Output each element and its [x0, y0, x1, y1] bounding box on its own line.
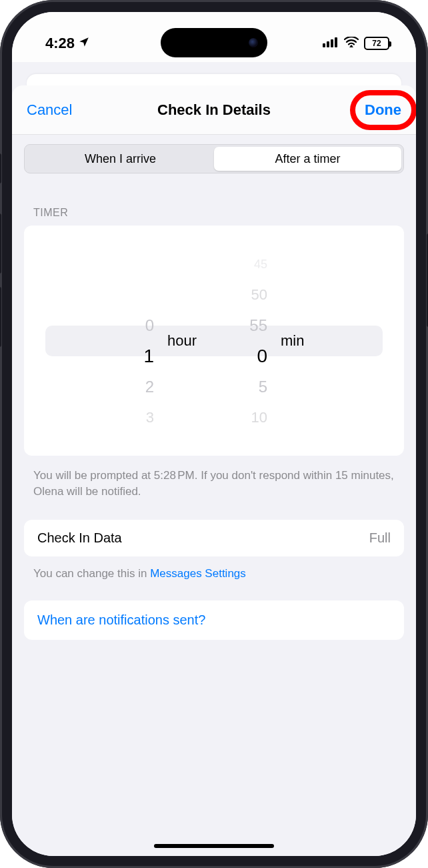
- messages-settings-link[interactable]: Messages Settings: [150, 567, 246, 580]
- battery-level: 72: [372, 39, 381, 48]
- minute-option[interactable]: 50: [214, 280, 274, 310]
- minute-option[interactable]: 55: [214, 310, 274, 341]
- minute-option[interactable]: 10: [214, 402, 274, 433]
- status-time: 4:28: [45, 35, 75, 52]
- hour-option[interactable]: 4: [101, 433, 161, 436]
- segment-when-i-arrive[interactable]: When I arrive: [27, 147, 214, 171]
- svg-rect-3: [335, 37, 337, 47]
- hour-selected[interactable]: 1: [101, 341, 161, 372]
- hour-option[interactable]: 0: [101, 310, 161, 341]
- timer-footer-description: You will be prompted at 5:28 PM. If you …: [24, 462, 404, 520]
- svg-rect-0: [323, 43, 325, 47]
- svg-rect-2: [331, 39, 333, 47]
- wifi-icon: [344, 37, 359, 50]
- hour-option[interactable]: 2: [101, 372, 161, 402]
- mode-segmented-control[interactable]: When I arrive After a timer: [24, 144, 404, 173]
- hour-wheel[interactable]: . . . 0 1 2 3 4: [101, 246, 161, 436]
- check-in-footer-text: You can change this in: [33, 567, 150, 580]
- done-button[interactable]: Done: [365, 101, 401, 119]
- physical-volume-down: [0, 287, 1, 347]
- minute-option[interactable]: 15: [214, 433, 274, 436]
- navigation-bar: Cancel Check In Details Done: [12, 85, 416, 135]
- battery-icon: 72: [364, 37, 389, 50]
- minute-wheel[interactable]: 40 45 50 55 0 5 10 15: [214, 246, 274, 436]
- check-in-details-sheet: Cancel Check In Details Done When I arri…: [12, 85, 416, 856]
- hour-option[interactable]: 3: [101, 402, 161, 433]
- timer-picker-card: . . . 0 1 2 3 4 hour 40: [24, 226, 404, 456]
- cancel-button[interactable]: Cancel: [27, 101, 72, 119]
- when-notifications-sent-row[interactable]: When are notifications sent?: [24, 600, 404, 640]
- minute-option[interactable]: 5: [214, 372, 274, 402]
- minute-selected[interactable]: 0: [214, 341, 274, 372]
- physical-mute-switch: [0, 153, 1, 183]
- device-frame: 4:28: [0, 0, 428, 868]
- when-notifications-sent-label: When are notifications sent?: [37, 612, 205, 627]
- svg-point-4: [350, 45, 352, 47]
- location-arrow-icon: [78, 35, 90, 52]
- check-in-data-label: Check In Data: [37, 530, 122, 546]
- page-title: Check In Details: [12, 101, 416, 119]
- hour-unit-label: hour: [161, 332, 214, 350]
- minute-option[interactable]: 45: [214, 249, 274, 280]
- home-indicator[interactable]: [154, 844, 274, 848]
- timer-section-header: TIMER: [33, 207, 404, 219]
- check-in-data-row[interactable]: Check In Data Full: [24, 520, 404, 556]
- dynamic-island: [161, 28, 267, 57]
- screen: 4:28: [12, 12, 416, 856]
- segment-after-a-timer[interactable]: After a timer: [214, 147, 401, 171]
- minute-unit-label: min: [274, 332, 327, 350]
- svg-rect-1: [327, 41, 329, 47]
- physical-volume-up: [0, 213, 1, 274]
- check-in-data-footer: You can change this in Messages Settings: [24, 563, 404, 600]
- check-in-data-value: Full: [369, 530, 391, 546]
- cellular-icon: [323, 37, 339, 50]
